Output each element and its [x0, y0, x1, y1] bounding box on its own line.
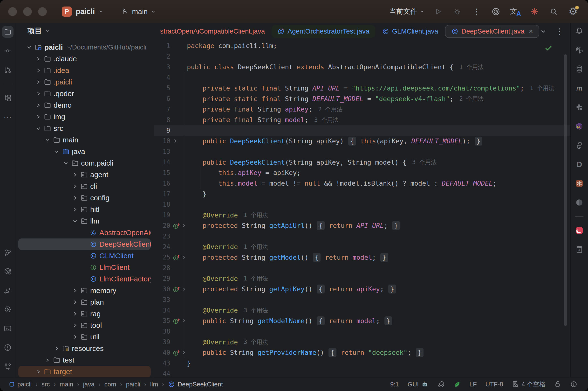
gutter[interactable]: 3 [154, 64, 185, 71]
code-line-1[interactable]: 1package com.paicli.llm; [154, 41, 570, 51]
code-line-44[interactable]: 44 [154, 369, 570, 377]
gutter[interactable]: 6 [154, 95, 185, 102]
gutter[interactable]: 39 [154, 338, 185, 346]
code-line-35[interactable]: 35 public String getModelName() { return… [154, 316, 570, 326]
gutter[interactable]: 2 [154, 53, 185, 60]
breadcrumb-item-llm[interactable]: llm [150, 381, 158, 388]
tab-options-icon[interactable]: ⋮ [555, 26, 564, 36]
project-widget[interactable]: P paicli [62, 6, 103, 17]
tree-item-plan[interactable]: plan [18, 296, 151, 308]
gutter[interactable]: 18 [154, 201, 185, 208]
chevron-expanded-icon[interactable] [61, 161, 71, 166]
openai-status-icon[interactable] [437, 380, 445, 388]
chevron-collapsed-icon[interactable] [34, 91, 43, 96]
gutter[interactable]: 34 [154, 307, 185, 314]
gutter[interactable]: 15 [154, 169, 185, 177]
encoding-widget[interactable]: UTF-8 [486, 381, 503, 388]
chevron-collapsed-icon[interactable] [71, 172, 79, 177]
tree-item-main[interactable]: main [18, 134, 151, 146]
usage-hint[interactable]: 3 个用法 [314, 116, 339, 124]
override-marker-icon[interactable] [173, 254, 180, 261]
services-icon[interactable] [2, 304, 13, 315]
chevron-collapsed-icon[interactable] [34, 114, 43, 119]
plugin-starburst-icon[interactable]: ✳ [529, 6, 540, 17]
leaf-status-icon[interactable] [453, 381, 461, 388]
code-line-34[interactable]: 34 @Override3 个用法 [154, 305, 570, 316]
ml-plugin-icon[interactable]: ML [574, 120, 585, 132]
tab-stractopenaicompatibleclient-java[interactable]: stractOpenAiCompatibleClient.java [154, 25, 271, 38]
plugin-plus-icon[interactable] [574, 101, 585, 113]
input-mode-widget[interactable]: GUI [408, 381, 428, 388]
usage-hint[interactable]: 1 个用法 [244, 243, 268, 251]
gutter[interactable]: 9 [154, 127, 185, 134]
tree-item-demo[interactable]: demo [18, 99, 151, 111]
commit-icon[interactable] [2, 45, 13, 57]
tree-item-llmclientfactory[interactable]: CLlmClientFactory [18, 273, 151, 285]
code-line-17[interactable]: 17 } [154, 189, 570, 199]
chevron-expanded-icon[interactable] [52, 149, 61, 154]
gutter[interactable]: 7 [154, 106, 185, 113]
run-button[interactable] [433, 6, 443, 17]
code-line-18[interactable]: 18 [154, 199, 570, 210]
tree-item-com-paicli[interactable]: com.paicli [18, 157, 151, 169]
tree-item-llm[interactable]: llm [18, 215, 151, 227]
tree-item-config[interactable]: config [18, 192, 151, 204]
chevron-collapsed-icon[interactable] [71, 299, 79, 305]
usage-hint[interactable]: 3 个用法 [412, 158, 437, 166]
close-tab-icon[interactable]: × [529, 28, 533, 35]
code-line-28[interactable]: 28 [154, 263, 570, 273]
gutter[interactable]: 1 [154, 42, 185, 49]
gutter[interactable]: 44 [154, 370, 185, 377]
tree-item-rag[interactable]: rag [18, 308, 151, 320]
fold-chevron-icon[interactable] [173, 139, 177, 143]
close-window-button[interactable] [8, 7, 17, 16]
code-line-33[interactable]: 33 [154, 294, 570, 305]
gutter[interactable]: 43 [154, 360, 185, 367]
gutter[interactable]: 10 [154, 137, 185, 145]
fold-chevron-icon[interactable] [181, 318, 186, 323]
override-marker-icon[interactable] [173, 317, 180, 324]
code-line-16[interactable]: 16 this.model = model != null && !model.… [154, 178, 570, 189]
dependencies-icon[interactable] [2, 266, 13, 277]
tree-item-paicli[interactable]: paicli~/Documents/GitHub/paicli [18, 41, 151, 53]
chevron-expanded-icon[interactable] [71, 218, 79, 224]
breadcrumb-item-paicli[interactable]: paicli [9, 381, 32, 388]
terminal-icon[interactable] [2, 323, 13, 334]
notifications-icon[interactable] [574, 25, 585, 37]
code-line-13[interactable]: 13 [154, 146, 570, 157]
chevron-collapsed-icon[interactable] [34, 56, 43, 62]
code-line-24[interactable]: 24 @Override1 个用法 [154, 242, 570, 252]
search-everywhere-icon[interactable] [548, 6, 559, 17]
plugin-circle-icon[interactable] [574, 197, 585, 208]
pull-request-icon[interactable] [2, 64, 13, 76]
code-line-10[interactable]: 10 public DeepSeekClient(String apiKey) … [154, 136, 570, 146]
chevron-collapsed-icon[interactable] [34, 102, 43, 108]
usage-hint[interactable]: 2 个用法 [459, 95, 484, 102]
error-indicator-icon[interactable] [570, 381, 577, 388]
caret-position[interactable]: 9:1 [390, 381, 399, 388]
tab-glmclient-java[interactable]: CGLMClient.java [376, 25, 444, 38]
override-marker-icon[interactable] [173, 286, 180, 293]
tree-item-memory[interactable]: memory [18, 285, 151, 296]
gutter[interactable]: 16 [154, 180, 185, 187]
gutter[interactable]: 40 [154, 349, 185, 356]
python-icon[interactable] [574, 139, 585, 151]
editor-scrollbar[interactable] [564, 54, 567, 326]
ai-assistant-titlebar-icon[interactable] [491, 6, 501, 17]
tree-item-resources[interactable]: resources [18, 343, 151, 354]
chevron-collapsed-icon[interactable] [71, 195, 79, 200]
gutter[interactable]: 20 [154, 222, 185, 229]
more-actions-icon[interactable]: ⋮ [471, 6, 482, 17]
tree-item-test[interactable]: test [18, 354, 151, 366]
code-line-3[interactable]: 3public class DeepSeekClient extends Abs… [154, 62, 570, 72]
usage-hint[interactable]: 3 个用法 [244, 306, 268, 314]
tree-item-src[interactable]: src [18, 123, 151, 134]
code-editor[interactable]: 1package com.paicli.llm;23public class D… [154, 39, 570, 377]
fold-chevron-icon[interactable] [181, 350, 186, 355]
breadcrumb-item-com[interactable]: com [104, 381, 116, 388]
tree-item-hitl[interactable]: hitl [18, 204, 151, 215]
inspections-ok-check-icon[interactable] [545, 44, 552, 52]
maven-icon[interactable]: m [574, 82, 585, 94]
tree-item-cli[interactable]: cli [18, 181, 151, 192]
chevron-expanded-icon[interactable] [25, 45, 34, 50]
